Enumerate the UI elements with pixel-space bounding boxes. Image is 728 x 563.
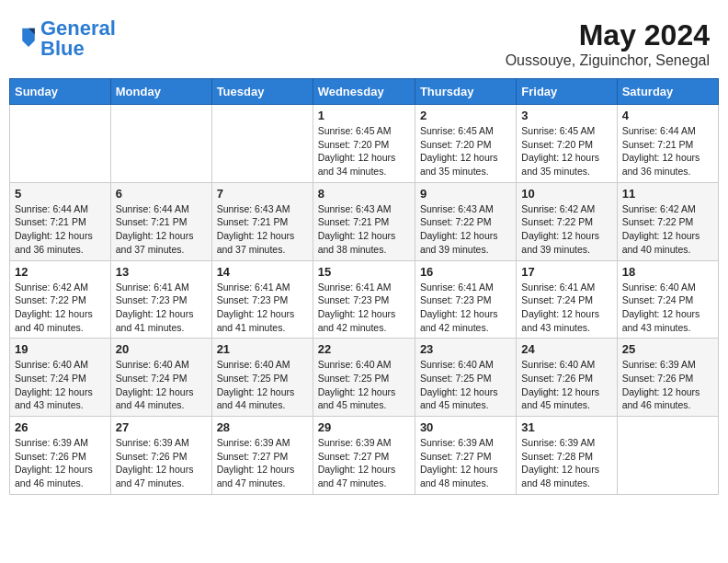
logo-text: General Blue xyxy=(40,18,116,59)
calendar-day: 8Sunrise: 6:43 AMSunset: 7:21 PMDaylight… xyxy=(313,182,415,260)
calendar-day: 4Sunrise: 6:44 AMSunset: 7:21 PMDaylight… xyxy=(617,105,718,183)
calendar-day: 17Sunrise: 6:41 AMSunset: 7:24 PMDayligh… xyxy=(517,260,617,339)
calendar-day: 1Sunrise: 6:45 AMSunset: 7:20 PMDaylight… xyxy=(313,105,415,183)
day-info: Sunrise: 6:40 AMSunset: 7:24 PMDaylight:… xyxy=(622,281,713,335)
logo-icon xyxy=(20,27,37,47)
calendar-day xyxy=(617,417,718,495)
day-info: Sunrise: 6:40 AMSunset: 7:25 PMDaylight:… xyxy=(217,358,308,412)
day-number: 29 xyxy=(318,420,410,434)
logo: General Blue xyxy=(18,18,116,59)
day-number: 26 xyxy=(15,420,106,434)
calendar-day: 31Sunrise: 6:39 AMSunset: 7:28 PMDayligh… xyxy=(517,417,617,495)
calendar-day: 10Sunrise: 6:42 AMSunset: 7:22 PMDayligh… xyxy=(517,182,617,260)
day-info: Sunrise: 6:44 AMSunset: 7:21 PMDaylight:… xyxy=(15,202,106,257)
calendar-day: 21Sunrise: 6:40 AMSunset: 7:25 PMDayligh… xyxy=(211,339,313,417)
calendar-day: 12Sunrise: 6:42 AMSunset: 7:22 PMDayligh… xyxy=(10,260,111,339)
day-info: Sunrise: 6:41 AMSunset: 7:23 PMDaylight:… xyxy=(318,281,410,335)
day-number: 11 xyxy=(622,187,713,201)
calendar-day: 29Sunrise: 6:39 AMSunset: 7:27 PMDayligh… xyxy=(313,417,415,495)
day-number: 10 xyxy=(521,187,611,201)
calendar-day: 7Sunrise: 6:43 AMSunset: 7:21 PMDaylight… xyxy=(211,182,313,260)
day-info: Sunrise: 6:40 AMSunset: 7:24 PMDaylight:… xyxy=(15,358,106,412)
calendar-day: 30Sunrise: 6:39 AMSunset: 7:27 PMDayligh… xyxy=(415,417,516,495)
calendar-table: SundayMondayTuesdayWednesdayThursdayFrid… xyxy=(9,78,719,495)
day-number: 31 xyxy=(521,420,611,434)
day-number: 4 xyxy=(622,109,713,122)
day-number: 22 xyxy=(318,342,410,356)
day-info: Sunrise: 6:42 AMSunset: 7:22 PMDaylight:… xyxy=(15,281,106,335)
calendar-day: 5Sunrise: 6:44 AMSunset: 7:21 PMDaylight… xyxy=(10,182,111,260)
calendar-day: 6Sunrise: 6:44 AMSunset: 7:21 PMDaylight… xyxy=(110,182,211,260)
day-info: Sunrise: 6:43 AMSunset: 7:22 PMDaylight:… xyxy=(420,202,511,257)
calendar-day: 15Sunrise: 6:41 AMSunset: 7:23 PMDayligh… xyxy=(313,260,415,339)
day-info: Sunrise: 6:39 AMSunset: 7:27 PMDaylight:… xyxy=(217,436,308,490)
day-number: 27 xyxy=(116,420,207,434)
calendar-week-2: 5Sunrise: 6:44 AMSunset: 7:21 PMDaylight… xyxy=(10,182,719,260)
header-saturday: Saturday xyxy=(617,79,718,105)
day-info: Sunrise: 6:40 AMSunset: 7:26 PMDaylight:… xyxy=(521,358,611,412)
day-number: 19 xyxy=(15,342,106,356)
calendar-day: 22Sunrise: 6:40 AMSunset: 7:25 PMDayligh… xyxy=(313,339,415,417)
day-info: Sunrise: 6:40 AMSunset: 7:25 PMDaylight:… xyxy=(318,358,410,412)
day-info: Sunrise: 6:41 AMSunset: 7:23 PMDaylight:… xyxy=(116,281,207,335)
day-info: Sunrise: 6:45 AMSunset: 7:20 PMDaylight:… xyxy=(318,124,410,178)
day-info: Sunrise: 6:45 AMSunset: 7:20 PMDaylight:… xyxy=(521,124,611,178)
day-info: Sunrise: 6:40 AMSunset: 7:25 PMDaylight:… xyxy=(420,358,511,412)
header-wednesday: Wednesday xyxy=(313,79,415,105)
day-info: Sunrise: 6:44 AMSunset: 7:21 PMDaylight:… xyxy=(622,124,713,178)
calendar-header-row: SundayMondayTuesdayWednesdayThursdayFrid… xyxy=(10,79,719,105)
calendar-day: 27Sunrise: 6:39 AMSunset: 7:26 PMDayligh… xyxy=(110,417,211,495)
location-title: Oussouye, Ziguinchor, Senegal xyxy=(506,52,710,69)
calendar-day: 11Sunrise: 6:42 AMSunset: 7:22 PMDayligh… xyxy=(617,182,718,260)
day-number: 25 xyxy=(622,342,713,356)
day-number: 14 xyxy=(217,265,308,279)
day-number: 1 xyxy=(318,109,410,122)
calendar-day xyxy=(10,105,111,183)
header-thursday: Thursday xyxy=(415,79,516,105)
day-info: Sunrise: 6:44 AMSunset: 7:21 PMDaylight:… xyxy=(116,202,207,257)
calendar-day: 3Sunrise: 6:45 AMSunset: 7:20 PMDaylight… xyxy=(517,105,617,183)
day-info: Sunrise: 6:45 AMSunset: 7:20 PMDaylight:… xyxy=(420,124,511,178)
day-number: 16 xyxy=(420,265,511,279)
calendar-day: 26Sunrise: 6:39 AMSunset: 7:26 PMDayligh… xyxy=(10,417,111,495)
day-number: 28 xyxy=(217,420,308,434)
day-info: Sunrise: 6:39 AMSunset: 7:26 PMDaylight:… xyxy=(116,436,207,490)
header-monday: Monday xyxy=(110,79,211,105)
day-number: 30 xyxy=(420,420,511,434)
calendar-day xyxy=(211,105,313,183)
header: General Blue May 2024 Oussouye, Ziguinch… xyxy=(9,9,719,74)
day-info: Sunrise: 6:39 AMSunset: 7:27 PMDaylight:… xyxy=(420,436,511,490)
calendar-day: 24Sunrise: 6:40 AMSunset: 7:26 PMDayligh… xyxy=(517,339,617,417)
day-number: 12 xyxy=(15,265,106,279)
day-number: 18 xyxy=(622,265,713,279)
calendar-day: 23Sunrise: 6:40 AMSunset: 7:25 PMDayligh… xyxy=(415,339,516,417)
day-info: Sunrise: 6:43 AMSunset: 7:21 PMDaylight:… xyxy=(318,202,410,257)
day-info: Sunrise: 6:42 AMSunset: 7:22 PMDaylight:… xyxy=(622,202,713,257)
month-title: May 2024 xyxy=(506,18,710,52)
day-info: Sunrise: 6:41 AMSunset: 7:24 PMDaylight:… xyxy=(521,281,611,335)
calendar-day: 25Sunrise: 6:39 AMSunset: 7:26 PMDayligh… xyxy=(617,339,718,417)
day-info: Sunrise: 6:40 AMSunset: 7:24 PMDaylight:… xyxy=(116,358,207,412)
day-number: 7 xyxy=(217,187,308,201)
day-number: 8 xyxy=(318,187,410,201)
day-info: Sunrise: 6:39 AMSunset: 7:26 PMDaylight:… xyxy=(622,358,713,412)
calendar-week-4: 19Sunrise: 6:40 AMSunset: 7:24 PMDayligh… xyxy=(10,339,719,417)
day-number: 5 xyxy=(15,187,106,201)
day-number: 21 xyxy=(217,342,308,356)
day-number: 15 xyxy=(318,265,410,279)
header-friday: Friday xyxy=(517,79,617,105)
day-number: 17 xyxy=(521,265,611,279)
calendar-day: 18Sunrise: 6:40 AMSunset: 7:24 PMDayligh… xyxy=(617,260,718,339)
day-number: 9 xyxy=(420,187,511,201)
day-number: 6 xyxy=(116,187,207,201)
calendar-week-1: 1Sunrise: 6:45 AMSunset: 7:20 PMDaylight… xyxy=(10,105,719,183)
day-info: Sunrise: 6:41 AMSunset: 7:23 PMDaylight:… xyxy=(420,281,511,335)
calendar-week-3: 12Sunrise: 6:42 AMSunset: 7:22 PMDayligh… xyxy=(10,260,719,339)
calendar-day: 28Sunrise: 6:39 AMSunset: 7:27 PMDayligh… xyxy=(211,417,313,495)
calendar-day: 2Sunrise: 6:45 AMSunset: 7:20 PMDaylight… xyxy=(415,105,516,183)
calendar-day: 13Sunrise: 6:41 AMSunset: 7:23 PMDayligh… xyxy=(110,260,211,339)
calendar-week-5: 26Sunrise: 6:39 AMSunset: 7:26 PMDayligh… xyxy=(10,417,719,495)
day-info: Sunrise: 6:41 AMSunset: 7:23 PMDaylight:… xyxy=(217,281,308,335)
day-info: Sunrise: 6:39 AMSunset: 7:28 PMDaylight:… xyxy=(521,436,611,490)
calendar-day: 20Sunrise: 6:40 AMSunset: 7:24 PMDayligh… xyxy=(110,339,211,417)
